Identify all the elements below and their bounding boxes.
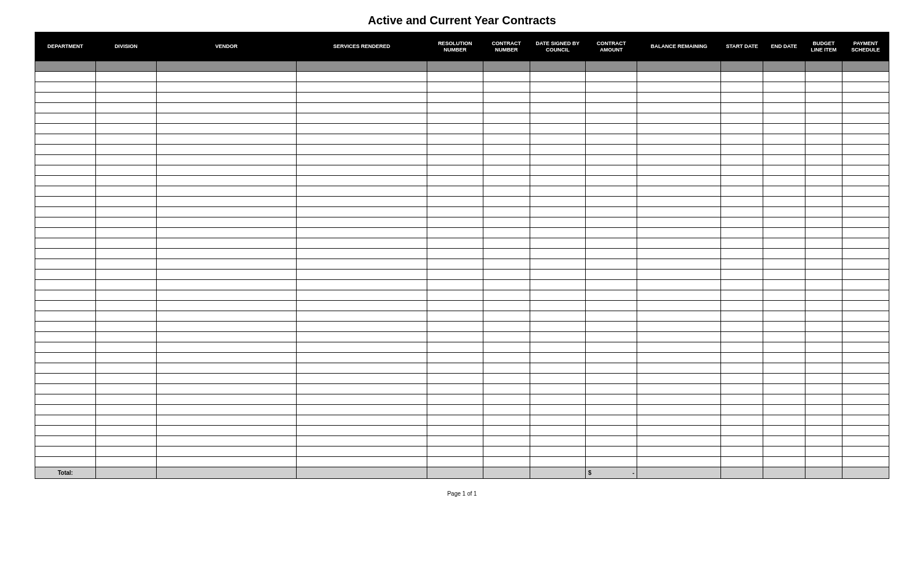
cell	[763, 93, 805, 103]
cell	[156, 290, 296, 301]
cell	[530, 280, 586, 290]
cell	[842, 61, 889, 72]
cell	[530, 290, 586, 301]
cell	[721, 113, 763, 124]
col-department: DEPARTMENT	[35, 32, 96, 61]
cell	[637, 176, 721, 186]
cell	[586, 124, 637, 134]
cell	[35, 384, 96, 394]
cell	[35, 436, 96, 446]
cell	[586, 207, 637, 217]
cell	[35, 426, 96, 436]
cell	[35, 363, 96, 374]
cell	[586, 103, 637, 113]
cell	[427, 436, 483, 446]
cell	[95, 155, 156, 165]
cell	[842, 290, 889, 301]
cell	[35, 113, 96, 124]
cell	[483, 415, 530, 426]
cell	[156, 124, 296, 134]
cell	[763, 311, 805, 322]
cell	[95, 394, 156, 405]
cell	[586, 322, 637, 332]
cell	[427, 61, 483, 72]
cell	[586, 176, 637, 186]
cell	[637, 280, 721, 290]
cell	[95, 446, 156, 457]
cell	[637, 72, 721, 82]
cell	[842, 384, 889, 394]
cell	[842, 446, 889, 457]
cell	[156, 436, 296, 446]
cell	[763, 113, 805, 124]
cell	[95, 207, 156, 217]
cell	[296, 467, 427, 479]
cell	[95, 259, 156, 270]
cell	[427, 124, 483, 134]
cell	[427, 374, 483, 384]
cell	[35, 217, 96, 228]
cell	[296, 415, 427, 426]
cell	[95, 363, 156, 374]
cell	[95, 228, 156, 238]
cell	[483, 197, 530, 207]
cell	[427, 301, 483, 311]
cell	[156, 186, 296, 197]
cell	[95, 405, 156, 415]
cell	[483, 186, 530, 197]
table-row	[35, 457, 889, 467]
cell	[95, 280, 156, 290]
cell	[530, 384, 586, 394]
cell	[763, 217, 805, 228]
total-amount: $-	[586, 467, 637, 479]
contracts-table: DEPARTMENT DIVISION VENDOR SERVICES REND…	[35, 32, 889, 479]
cell	[35, 415, 96, 426]
cell	[530, 446, 586, 457]
cell	[805, 249, 842, 259]
cell	[156, 176, 296, 186]
cell	[842, 394, 889, 405]
cell	[842, 415, 889, 426]
cell	[805, 124, 842, 134]
cell	[530, 322, 586, 332]
table-row	[35, 259, 889, 270]
cell	[805, 446, 842, 457]
cell	[805, 322, 842, 332]
cell	[637, 197, 721, 207]
cell	[721, 72, 763, 82]
cell	[296, 342, 427, 353]
cell	[483, 113, 530, 124]
cell	[530, 436, 586, 446]
table-row	[35, 446, 889, 457]
cell	[842, 467, 889, 479]
cell	[296, 228, 427, 238]
cell	[35, 446, 96, 457]
cell	[95, 415, 156, 426]
cell	[427, 145, 483, 155]
cell	[763, 426, 805, 436]
cell	[721, 186, 763, 197]
cell	[427, 332, 483, 342]
cell	[763, 155, 805, 165]
cell	[805, 155, 842, 165]
cell	[35, 238, 96, 249]
cell	[763, 394, 805, 405]
cell	[805, 113, 842, 124]
cell	[721, 374, 763, 384]
cell	[805, 207, 842, 217]
cell	[721, 61, 763, 72]
cell	[35, 405, 96, 415]
cell	[530, 197, 586, 207]
cell	[586, 374, 637, 384]
cell	[156, 61, 296, 72]
cell	[530, 363, 586, 374]
cell	[95, 467, 156, 479]
cell	[296, 134, 427, 145]
cell	[586, 134, 637, 145]
cell	[296, 72, 427, 82]
cell	[805, 103, 842, 113]
cell	[427, 311, 483, 322]
cell	[95, 197, 156, 207]
col-division: DIVISION	[95, 32, 156, 61]
cell	[483, 290, 530, 301]
